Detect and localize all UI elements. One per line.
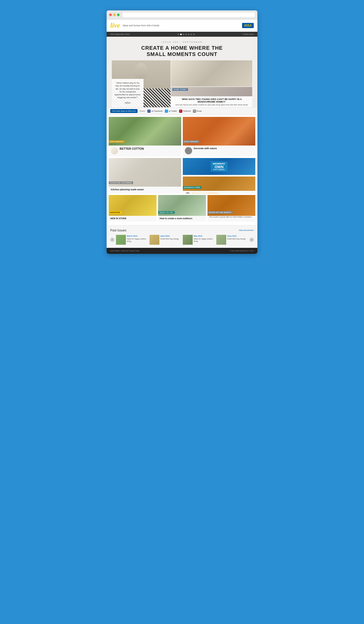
liverpool-content: My home in: LIVERPOOL xyxy=(183,191,255,193)
ikea-report-badge: IKEA REPORT xyxy=(109,140,125,143)
footer-copyright: © Inter IKEA Systems B.V. 2013 xyxy=(230,250,254,252)
ideas-title: How to create a room outdoors xyxy=(158,216,206,222)
twitter-share[interactable]: t on Twitter xyxy=(165,110,177,113)
nav-dot-6[interactable] xyxy=(191,34,192,35)
ideas-badge: IDEAS TO TRY xyxy=(158,211,175,214)
email-share[interactable]: ✉ Email xyxy=(193,110,202,113)
past-issues-title: Past Issues xyxy=(110,229,126,232)
past-issue-may-info: May 2013 Ideas for happy outdoor living xyxy=(194,235,215,245)
past-issue-april-info: April 2013 Small effort big change xyxy=(160,235,179,245)
row-report-update: IKEA REPORT BETTER COTTON EASY UPDATE De… xyxy=(109,117,255,156)
site-header: live Ideas and homes from IKEA Family IK… xyxy=(107,20,257,32)
members-own-line3: PICTURES xyxy=(213,169,225,171)
past-issues-next[interactable]: › xyxy=(250,238,254,242)
main-content: IKEA REPORT BETTER COTTON EASY UPDATE De… xyxy=(107,115,257,225)
offer-badge: OFFER OF THE MONTH xyxy=(207,211,232,214)
past-issue-march-desc: Ideas for happy outdoor living xyxy=(127,238,148,242)
hero-images: " When children play for fun, they are a… xyxy=(112,60,252,107)
hero-quote-signature: ellen xyxy=(114,100,141,105)
past-issue-june-desc: Small effort big change xyxy=(227,238,246,240)
address-bar[interactable] xyxy=(122,12,255,17)
past-issue-may[interactable]: May 2013 Ideas for happy outdoor living xyxy=(183,235,215,245)
liverpool-avatar xyxy=(185,192,191,193)
past-issue-may-desc: Ideas for happy outdoor living xyxy=(194,238,215,242)
past-issues-header: Past Issues View full archive xyxy=(110,229,254,232)
close-dot[interactable] xyxy=(109,14,112,16)
share-bar: Find more ideas at IKEA.com Share: f on … xyxy=(107,107,257,115)
maximize-dot[interactable] xyxy=(117,14,120,16)
past-issue-april-desc: Small effort big change xyxy=(160,238,179,240)
ikea-logo[interactable]: IKEA xyxy=(242,23,254,28)
past-issues-prev[interactable]: ‹ xyxy=(110,238,114,242)
members-column: MEMBERS' OWN PICTURES MEMBERS HOME My ho… xyxy=(183,158,255,193)
row-bottom-three: SHOPPING NEW IN STORE IDEAS TO TRY How t… xyxy=(109,195,255,222)
hero-section: ISSUE #55 - SEPTEMBER CREATE A HOME WHER… xyxy=(107,37,257,107)
site-footer: IKEA FAMILY | IKEA UK Privacy Policy © I… xyxy=(107,248,257,254)
nav-dot-4[interactable] xyxy=(185,34,187,35)
nav-dots xyxy=(178,34,195,35)
article-ideas-to-try[interactable]: IDEAS TO TRY How to create a room outdoo… xyxy=(158,195,206,222)
hero-quote-box: " When children play for fun, they are a… xyxy=(112,79,144,107)
hero-quote-text: " When children play for fun, they are a… xyxy=(114,81,141,99)
pinterest-share[interactable]: P Pinterest xyxy=(179,110,191,113)
header-left: live Ideas and homes from IKEA Family xyxy=(110,22,159,29)
home-story-desc: See how Sanna and Jarkko created an open… xyxy=(173,104,250,106)
hero-issue-label: ISSUE #55 - SEPTEMBER xyxy=(112,41,252,43)
article-offer[interactable]: OFFER OF THE MONTH This month's special … xyxy=(207,195,255,222)
easy-update-title: Decorate with nature xyxy=(194,147,217,150)
offer-title: This month's special offer for IKEA FAMI… xyxy=(207,216,255,220)
hero-image-bedroom xyxy=(171,60,252,86)
kitchens-content: Kitchen planning made easier xyxy=(109,187,181,193)
past-issue-march[interactable]: March 2013 Ideas for happy outdoor livin… xyxy=(116,235,148,245)
past-issue-june-thumb xyxy=(216,235,226,245)
nav-dot-3[interactable] xyxy=(183,34,184,35)
pinterest-icon: P xyxy=(179,110,182,113)
hero-image-story: HOME STORY 'WHO SAYS TWO YOUNG KIDS CAN'… xyxy=(171,87,252,107)
past-issues-row: ‹ March 2013 Ideas for happy outdoor liv… xyxy=(110,235,254,245)
article-shopping[interactable]: SHOPPING NEW IN STORE xyxy=(109,195,157,222)
article-easy-update[interactable]: EASY UPDATE Decorate with nature xyxy=(183,117,255,156)
focus-kitchens-badge: FOCUS ON: KITCHENS xyxy=(109,181,133,184)
share-label: Share: xyxy=(140,110,145,112)
article-ikea-report[interactable]: IKEA REPORT BETTER COTTON xyxy=(109,117,181,156)
row-kitchens-members: FOCUS ON: KITCHENS Kitchen planning made… xyxy=(109,158,255,193)
footer-links[interactable]: IKEA FAMILY | IKEA UK Privacy Policy xyxy=(110,250,139,252)
nav-dot-7[interactable] xyxy=(193,34,195,35)
article-liverpool[interactable]: MEMBERS HOME My home in: LIVERPOOL xyxy=(183,177,255,193)
nav-in-issue[interactable]: In this issue xyxy=(243,33,254,35)
nav-dot-5[interactable] xyxy=(188,34,190,35)
article-kitchens[interactable]: FOCUS ON: KITCHENS Kitchen planning made… xyxy=(109,158,181,193)
article-members-own[interactable]: MEMBERS' OWN PICTURES xyxy=(183,158,255,175)
browser-window: live Ideas and homes from IKEA Family IK… xyxy=(107,10,257,254)
past-issue-april-thumb xyxy=(150,235,159,245)
easy-update-content: Decorate with nature xyxy=(183,146,255,156)
minimize-dot[interactable] xyxy=(113,14,116,16)
ikea-report-content: BETTER COTTON xyxy=(109,146,181,156)
browser-chrome xyxy=(107,10,257,20)
facebook-share[interactable]: f on Facebook xyxy=(147,110,162,113)
nav-bar: #55 September 2013 In this issue xyxy=(107,32,257,37)
find-ideas-button[interactable]: Find more ideas at IKEA.com xyxy=(110,109,138,113)
hero-title: CREATE A HOME WHERE THE SMALL MOMENTS CO… xyxy=(112,45,252,57)
past-issue-april[interactable]: April 2013 Small effort big change xyxy=(150,235,181,245)
shopping-title: NEW IN STORE xyxy=(109,216,157,222)
past-issue-may-date: May 2013 xyxy=(194,235,215,237)
past-issue-march-info: March 2013 Ideas for happy outdoor livin… xyxy=(127,235,148,245)
past-issues-archive-link[interactable]: View full archive xyxy=(239,229,254,231)
liverpool-title: My home in: LIVERPOOL xyxy=(192,192,220,193)
past-issue-march-date: March 2013 xyxy=(127,235,148,237)
twitter-icon: t xyxy=(165,110,168,113)
hero-image-right: HOME STORY 'WHO SAYS TWO YOUNG KIDS CAN'… xyxy=(171,60,252,107)
nature-person-thumb xyxy=(185,147,192,154)
nav-dot-2[interactable] xyxy=(180,34,182,35)
past-issue-june-info: June 2013 Small effort big change xyxy=(227,235,246,245)
past-issue-june[interactable]: June 2013 Small effort big change xyxy=(216,235,248,245)
past-issue-may-thumb xyxy=(183,235,193,245)
email-icon: ✉ xyxy=(193,110,196,113)
site-logo[interactable]: live xyxy=(110,22,120,29)
past-issue-march-thumb xyxy=(116,235,126,245)
nav-dot-1[interactable] xyxy=(178,34,179,35)
easy-update-badge: EASY UPDATE xyxy=(183,140,199,143)
home-story-title[interactable]: 'WHO SAYS TWO YOUNG KIDS CAN'T BE HAPPY … xyxy=(173,98,250,103)
home-story-badge: HOME STORY xyxy=(172,88,188,91)
